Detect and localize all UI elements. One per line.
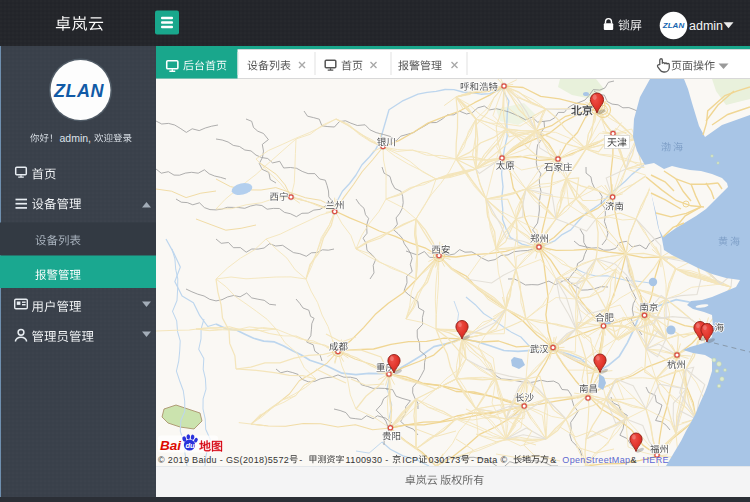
svg-text:- Data ©: - Data © <box>471 455 507 465</box>
svg-text:admin: admin <box>689 19 723 33</box>
svg-text:1100930 -: 1100930 - <box>346 455 389 465</box>
svg-text:OpenStreetMap: OpenStreetMap <box>562 455 630 465</box>
svg-text:admin,: admin, <box>60 132 92 144</box>
svg-text:ZLAN: ZLAN <box>662 21 685 30</box>
svg-text:-: - <box>299 455 302 465</box>
svg-text:030173: 030173 <box>429 455 461 465</box>
svg-text:HERE: HERE <box>642 455 668 465</box>
svg-text:&: & <box>550 455 556 465</box>
svg-text:ZLAN: ZLAN <box>53 81 104 101</box>
svg-text:Bai: Bai <box>160 438 181 453</box>
svg-text:du: du <box>186 441 196 450</box>
svg-text:ICP: ICP <box>402 455 418 465</box>
svg-text:© 2019 Baidu - GS(2018)5572: © 2019 Baidu - GS(2018)5572 <box>158 455 289 465</box>
svg-text:&: & <box>630 455 636 465</box>
